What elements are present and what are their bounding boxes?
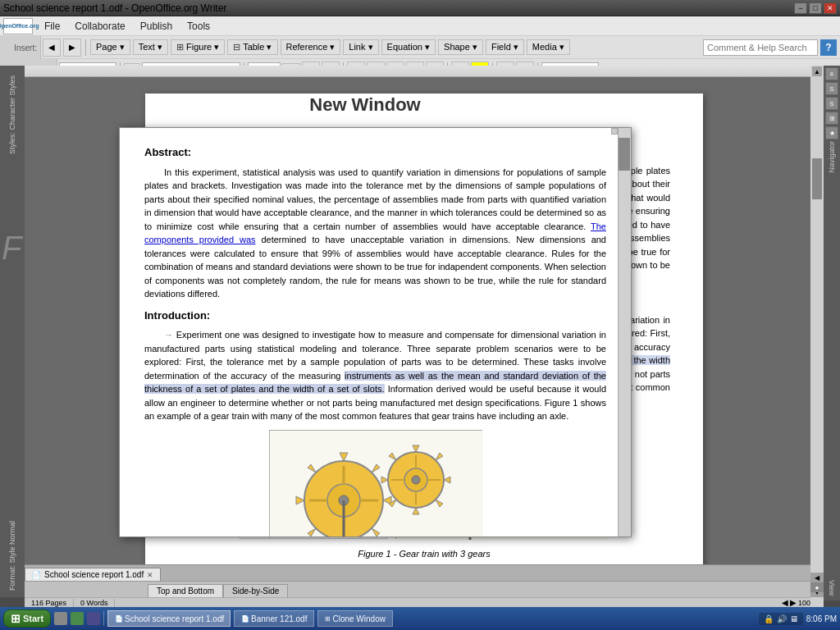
minimize-button[interactable]: − (794, 2, 807, 14)
title-bar: School science report 1.odf - OpenOffice… (0, 0, 840, 16)
menu-bar: OpenOffice.org File Collaborate Publish … (0, 16, 840, 36)
tab-top-bottom[interactable]: Top and Bottom (148, 584, 223, 597)
zoom-decrease[interactable]: ◀ (782, 598, 788, 607)
sidebar-btn3[interactable]: S (825, 97, 838, 110)
quicklaunch-icon3[interactable] (87, 612, 100, 625)
title-bar-text: School science report 1.odf - OpenOffice… (3, 2, 226, 14)
text-btn[interactable]: Text ▾ (133, 39, 168, 55)
taskbar-sep1 (103, 611, 104, 626)
start-icon: ⊞ (11, 612, 21, 625)
nw-intro-text: → Experiment one was designed to investi… (144, 328, 606, 423)
menu-publish[interactable]: Publish (134, 19, 179, 34)
windows-taskbar: ⊞ Start 📄 School science report 1.odf 📄 … (0, 607, 840, 630)
taskbar-banner-btn[interactable]: 📄 Banner 121.odf (234, 610, 314, 627)
view-label: View (828, 580, 836, 596)
maximize-button[interactable]: □ (809, 2, 822, 14)
quicklaunch-icon2[interactable] (71, 612, 84, 625)
taskbar-time: 8:06 PM (806, 614, 837, 623)
nav-back-btn[interactable]: ◀ (43, 39, 61, 57)
tab-school-report[interactable]: 📄 School science report 1.odf ✕ (25, 568, 161, 581)
link-btn[interactable]: Link ▾ (343, 39, 378, 55)
sidebar-btn4[interactable]: ⊞ (825, 112, 838, 125)
scroll-target-btn[interactable]: ● (810, 582, 824, 592)
sidebar-btn5[interactable]: ★ (825, 126, 838, 139)
help-button[interactable]: ? (820, 39, 837, 56)
reference-btn[interactable]: Reference ▾ (281, 39, 341, 55)
new-window-panel: Abstract: In this experiment, statistica… (119, 127, 632, 537)
page-btn[interactable]: Page ▾ (90, 39, 130, 55)
insert-toolbar: Insert: ◀ ▶ Page ▾ Text ▾ ⊞ Figure ▾ ⊟ T… (0, 36, 840, 59)
new-window-content: Abstract: In this experiment, statistica… (120, 128, 631, 536)
app-logo: OpenOffice.org (3, 18, 33, 34)
taskbar-report-btn[interactable]: 📄 School science report 1.odf (107, 610, 231, 627)
tray-icon3: 🖥 (790, 614, 798, 623)
svg-point-50 (412, 476, 420, 484)
tray-icon1: 🔒 (764, 614, 774, 623)
tab-close-icon[interactable]: ✕ (147, 571, 153, 579)
media-btn[interactable]: Media ▾ (527, 39, 570, 55)
view-tabs-bar: Top and Bottom Side-by-Side (25, 581, 824, 597)
sidebar-btn2[interactable]: S (825, 82, 838, 95)
sidebar-btn1[interactable]: ≡ (825, 67, 838, 80)
nw-abstract-title: Abstract: (144, 144, 606, 161)
nw-scrollbar-thumb[interactable] (619, 138, 630, 171)
menu-file[interactable]: File (38, 19, 66, 34)
close-button[interactable]: ✕ (824, 2, 837, 14)
horizontal-ruler (25, 66, 824, 77)
equation-btn[interactable]: Equation ▾ (381, 39, 436, 55)
menu-tools[interactable]: Tools (180, 19, 217, 34)
nw-scroll-indicator (611, 128, 618, 135)
zoom-increase[interactable]: ▶ (790, 598, 797, 607)
table-btn[interactable]: ⊟ Table ▾ (227, 39, 277, 55)
figure-caption: Figure 1 - Gear train with 3 gears (178, 547, 670, 561)
large-f-icon: F (2, 230, 21, 267)
styles-label: Styles: Character Styles (8, 75, 16, 154)
menu-collaborate[interactable]: Collaborate (68, 19, 131, 34)
navigator-label: Navigator (828, 141, 836, 173)
nw-scrollbar[interactable] (618, 128, 631, 536)
right-panel: ≡ S S ⊞ ★ Navigator View (824, 66, 840, 600)
nw-arrow-icon: → (164, 330, 173, 340)
tab-side-by-side[interactable]: Side-by-Side (223, 584, 288, 597)
nw-gears-svg (270, 431, 483, 537)
format-side-label: Format: Style Normal (8, 521, 16, 591)
search-input[interactable] (703, 39, 818, 56)
quicklaunch-icon1[interactable] (54, 612, 67, 625)
nw-figure (144, 430, 606, 537)
start-button[interactable]: ⊞ Start (3, 609, 51, 628)
status-bar: 116 Pages 0 Words ◀ ▶ 100% (25, 597, 824, 607)
nw-doc-content: Abstract: In this experiment, statistica… (144, 144, 606, 536)
nw-gear-figure (269, 430, 482, 537)
left-panel: Styles: Character Styles Format: Style N… (0, 66, 25, 597)
field-btn[interactable]: Field ▾ (486, 39, 524, 55)
nw-link[interactable]: The components provided was (144, 221, 606, 245)
sep1 (85, 39, 86, 56)
scroll-thumb[interactable] (812, 158, 822, 199)
taskbar-clone-btn[interactable]: ⊞ Clone Window (317, 610, 392, 627)
words-status: 0 Words (74, 599, 115, 607)
nw-intro-title: Introduction: (144, 308, 606, 324)
nw-highlighted: instruments as well as the mean and stan… (144, 371, 606, 395)
shape-btn[interactable]: Shape ▾ (438, 39, 483, 55)
taskbar-right: 🔒 🔊 🖥 8:06 PM (759, 613, 837, 625)
nw-abstract-text: In this experiment, statistical analysis… (144, 166, 606, 301)
window-controls: − □ ✕ (794, 2, 837, 14)
scroll-up-btn[interactable]: ▲ (812, 66, 822, 76)
scroll-prev-btn[interactable]: ◀ (810, 573, 824, 582)
pages-status: 116 Pages (25, 599, 74, 607)
sys-tray: 🔒 🔊 🖥 (759, 613, 803, 625)
tray-icon2: 🔊 (777, 614, 787, 623)
document-tabs: 📄 School science report 1.odf ✕ (25, 564, 824, 581)
figure-btn[interactable]: ⊞ Figure ▾ (171, 39, 225, 55)
doc-vertical-scrollbar[interactable]: ▲ ▼ ◀ ● (810, 66, 824, 607)
insert-label: Insert: (0, 36, 41, 59)
nav-forward-btn[interactable]: ▶ (63, 39, 81, 57)
